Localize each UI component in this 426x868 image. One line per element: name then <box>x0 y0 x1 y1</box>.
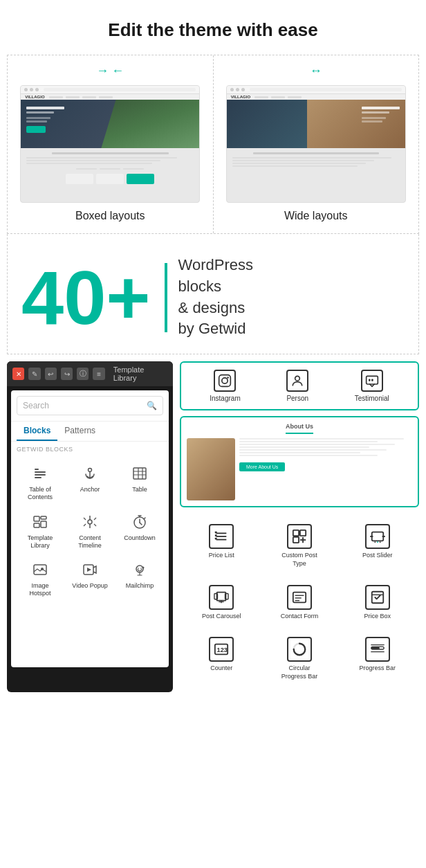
library-icons-row: Instagram Person <box>180 361 419 410</box>
svg-rect-46 <box>215 534 217 536</box>
blocks-grid: Table ofContents Anchor <box>11 455 169 603</box>
svg-rect-0 <box>35 469 39 470</box>
custom-post-type-label: Custom PostType <box>281 552 317 568</box>
instagram-icon <box>214 370 236 392</box>
boxed-arrow: → ← <box>96 64 124 78</box>
custom-post-type-icon <box>287 524 312 549</box>
tab-patterns[interactable]: Patterns <box>57 422 102 441</box>
video-popup-icon <box>80 560 100 579</box>
price-box-icon <box>365 585 390 610</box>
person-label: Person <box>286 395 308 402</box>
block-countdown[interactable]: Countdown <box>116 507 163 552</box>
info-icon[interactable]: ⓘ <box>77 368 89 380</box>
table-of-contents-icon <box>30 464 50 483</box>
svg-rect-50 <box>293 537 299 543</box>
blocks-promo-section: 40+ WordPressblocks& designsby Getwid <box>7 234 419 354</box>
toolbar-title: Template Library <box>113 365 167 382</box>
contact-form-icon <box>287 585 312 610</box>
search-box[interactable]: Search 🔍 <box>17 396 163 415</box>
arrow-left-icon: ← <box>111 64 124 78</box>
svg-rect-59 <box>217 592 226 600</box>
instagram-label: Instagram <box>210 395 240 402</box>
svg-line-26 <box>144 518 145 519</box>
editor-toolbar: ✕ ✎ ↩ ↪ ⓘ ≡ Template Library <box>7 361 173 386</box>
svg-point-38 <box>295 377 300 381</box>
svg-point-37 <box>228 377 230 379</box>
redo-icon[interactable]: ↪ <box>61 368 73 380</box>
svg-rect-11 <box>41 516 46 519</box>
price-box-label: Price Box <box>364 613 391 621</box>
svg-rect-74 <box>371 647 379 650</box>
person-icon <box>286 370 308 392</box>
progress-bar-icon <box>365 637 390 662</box>
countdown-icon <box>130 512 149 532</box>
block-table[interactable]: Table <box>116 458 163 504</box>
template-library-icon <box>30 512 50 532</box>
editor-body: Search 🔍 Blocks Patterns GETWID BLOCKS <box>11 390 169 667</box>
svg-point-32 <box>142 567 145 569</box>
vertical-bar <box>165 263 167 332</box>
testimonial-label: Testimonial <box>355 395 389 402</box>
arrow-right-icon: → <box>96 64 109 78</box>
tab-blocks[interactable]: Blocks <box>17 422 57 441</box>
block-price-box[interactable]: Price Box <box>341 579 414 626</box>
svg-rect-10 <box>34 516 39 521</box>
svg-rect-5 <box>133 468 146 479</box>
block-contact-form[interactable]: Contact Form <box>263 579 336 626</box>
instagram-block[interactable]: Instagram <box>210 370 240 402</box>
close-icon[interactable]: ✕ <box>12 368 24 380</box>
block-countdown-label: Countdown <box>124 534 156 542</box>
menu-icon[interactable]: ≡ <box>93 368 104 380</box>
person-block[interactable]: Person <box>286 370 308 402</box>
block-counter[interactable]: 123 Counter <box>185 631 258 686</box>
block-anchor[interactable]: Anchor <box>66 458 113 504</box>
wide-label: Wide layouts <box>284 210 348 222</box>
block-post-carousel[interactable]: Post Carousel <box>185 579 258 626</box>
page-header: Edit the theme with ease <box>0 0 426 55</box>
svg-rect-61 <box>225 593 229 599</box>
block-progress-bar[interactable]: Progress Bar <box>341 631 414 686</box>
editor-search-area: Search 🔍 <box>11 390 169 422</box>
svg-rect-60 <box>214 593 218 599</box>
blocks-count: 40+ <box>21 260 151 336</box>
block-table-of-contents[interactable]: Table ofContents <box>17 458 64 504</box>
svg-point-36 <box>222 378 228 383</box>
mailchimp-icon <box>130 560 149 579</box>
layouts-section: → ← VILLAGIO <box>7 55 419 234</box>
svg-point-34 <box>140 568 142 570</box>
undo-icon[interactable]: ↩ <box>45 368 57 380</box>
block-post-slider[interactable]: Post Slider <box>341 518 414 573</box>
testimonial-icon <box>361 370 383 392</box>
block-custom-post-type[interactable]: Custom PostType <box>263 518 336 573</box>
block-mailchimp[interactable]: Mailchimp <box>116 554 163 600</box>
testimonial-block[interactable]: Testimonial <box>355 370 389 402</box>
block-video-popup[interactable]: Video Popup <box>66 554 113 600</box>
about-photo <box>187 438 235 500</box>
contact-form-label: Contact Form <box>281 613 319 621</box>
svg-marker-30 <box>87 568 91 572</box>
svg-rect-2 <box>35 474 46 476</box>
block-mailchimp-label: Mailchimp <box>126 582 154 590</box>
about-us-card: About Us More About Us <box>180 416 419 507</box>
table-icon <box>130 464 149 483</box>
content-timeline-icon <box>80 512 100 532</box>
block-toc-label: Table ofContents <box>28 486 53 501</box>
block-price-list[interactable]: Price List <box>185 518 258 573</box>
svg-line-19 <box>84 524 86 526</box>
getwid-blocks-label: GETWID BLOCKS <box>11 442 169 455</box>
svg-line-17 <box>84 518 86 520</box>
svg-rect-53 <box>371 532 383 541</box>
counter-icon: 123 <box>209 637 234 662</box>
circular-progress-label: CircularProgress Bar <box>281 664 318 680</box>
block-image-hotspot[interactable]: ImageHotspot <box>17 554 64 600</box>
block-content-timeline[interactable]: ContentTimeline <box>66 507 113 552</box>
svg-rect-47 <box>215 538 217 540</box>
editor-section: ✕ ✎ ↩ ↪ ⓘ ≡ Template Library Search 🔍 Bl… <box>0 354 426 705</box>
svg-point-56 <box>374 542 376 543</box>
svg-rect-49 <box>300 530 306 536</box>
svg-rect-27 <box>34 565 46 575</box>
block-template-library[interactable]: TemplateLibrary <box>17 507 64 552</box>
pencil-icon[interactable]: ✎ <box>28 368 40 380</box>
anchor-icon <box>80 464 100 483</box>
block-circular-progress[interactable]: CircularProgress Bar <box>263 631 336 686</box>
